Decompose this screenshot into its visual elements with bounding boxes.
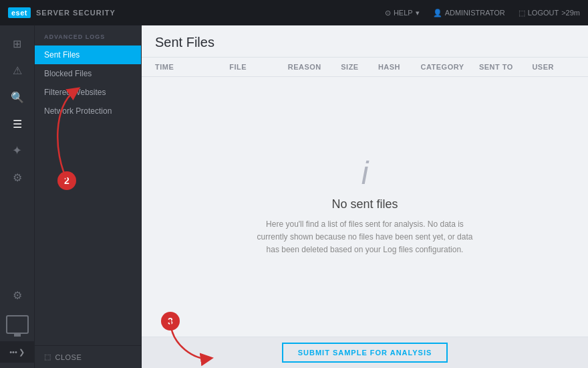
logout-button[interactable]: ⬚ LOGOUT >29m [519,9,580,17]
grid-icon: ⊞ [13,37,21,50]
sidebar-item-grid[interactable]: ⊞ [4,31,31,56]
search-icon: 🔍 [11,91,24,104]
relative-wrapper: ⊞ ⚠ 🔍 ☰ ✦ ⚙ ⚙ [0,25,588,368]
col-header-user: USER [532,63,575,71]
main-layout: ⊞ ⚠ 🔍 ☰ ✦ ⚙ ⚙ [0,25,588,368]
sidebar-item-tools[interactable]: ⚙ [4,165,31,190]
content-area: Sent Files TIME FILE REASON SIZE HASH CA… [142,25,588,368]
close-icon: ⬚ [44,353,51,361]
close-button[interactable]: ⬚ CLOSE [44,353,82,361]
nav-sidebar: ADVANCED LOGS Sent Files Blocked Files F… [35,25,142,368]
col-header-sentto: SENT TO [479,63,533,71]
close-label: CLOSE [55,353,82,361]
app-title: SERVER SECURITY [36,9,116,17]
col-header-file: FILE [229,63,287,71]
nav-sidebar-footer: ⬚ CLOSE [35,345,141,368]
help-chevron-icon: ▾ [416,9,420,17]
logout-icon: ⬚ [519,9,525,17]
content-header: Sent Files [142,25,588,58]
sidebar-item-network[interactable]: ✦ [4,138,31,163]
nav-section-label: ADVANCED LOGS [35,33,141,45]
monitor-icon [6,315,29,334]
network-icon: ✦ [12,143,22,158]
annotation-badge-2: 2 [57,171,76,190]
col-header-size: SIZE [341,63,378,71]
col-header-hash: HASH [378,63,421,71]
empty-state-title: No sent files [331,197,398,211]
list-icon: ☰ [13,118,22,130]
page-title: Sent Files [155,35,575,50]
submit-sample-button[interactable]: SUBMIT SAMPLE FOR ANALYSIS [282,343,448,363]
col-header-time: TIME [155,63,229,71]
logout-time: >29m [561,9,580,17]
help-label: HELP [394,9,413,17]
admin-button[interactable]: 👤 ADMINISTRATOR [433,9,505,17]
empty-state-description: Here you'll find a list of files sent fo… [251,218,478,257]
col-header-category: CATEGORY [420,63,478,71]
icon-sidebar-bottom: ⚙ ••• ❯ [0,282,35,363]
sidebar-item-search[interactable]: 🔍 [4,84,31,110]
help-icon: ⊙ [385,9,391,17]
sidebar-more-button[interactable]: ••• ❯ [0,341,35,363]
annotation-badge-3: 3 [161,312,180,331]
col-header-reason: REASON [288,63,341,71]
top-bar-actions: ⊙ HELP ▾ 👤 ADMINISTRATOR ⬚ LOGOUT >29m [385,9,580,17]
logo-area: eset SERVER SECURITY [8,7,116,18]
nav-item-filtered-websites[interactable]: Filtered Websites [35,83,141,102]
nav-item-blocked-files[interactable]: Blocked Files [35,64,141,83]
table-header: TIME FILE REASON SIZE HASH CATEGORY SENT… [142,58,588,77]
logout-label: LOGOUT [528,9,559,17]
more-dots-icon: ••• [9,348,17,356]
tools-icon: ⚙ [13,171,22,184]
expand-arrow-icon: ❯ [19,348,25,357]
admin-label: ADMINISTRATOR [445,9,505,17]
sidebar-item-warning[interactable]: ⚠ [4,58,31,83]
sidebar-item-settings[interactable]: ⚙ [4,282,31,308]
warning-icon: ⚠ [13,64,22,77]
content-footer: SUBMIT SAMPLE FOR ANALYSIS [142,337,588,368]
settings-icon: ⚙ [13,289,22,302]
info-icon: i [361,157,369,189]
help-button[interactable]: ⊙ HELP ▾ [385,9,420,17]
sidebar-item-monitor[interactable] [4,312,31,337]
icon-sidebar: ⊞ ⚠ 🔍 ☰ ✦ ⚙ ⚙ [0,25,35,368]
top-bar: eset SERVER SECURITY ⊙ HELP ▾ 👤 ADMINIST… [0,0,588,25]
eset-logo: eset [8,7,31,18]
sidebar-item-logs[interactable]: ☰ [4,111,31,136]
nav-item-sent-files[interactable]: Sent Files [35,45,141,64]
user-icon: 👤 [433,9,442,17]
nav-item-network-protection[interactable]: Network Protection [35,102,141,120]
empty-state: i No sent files Here you'll find a list … [142,77,588,337]
